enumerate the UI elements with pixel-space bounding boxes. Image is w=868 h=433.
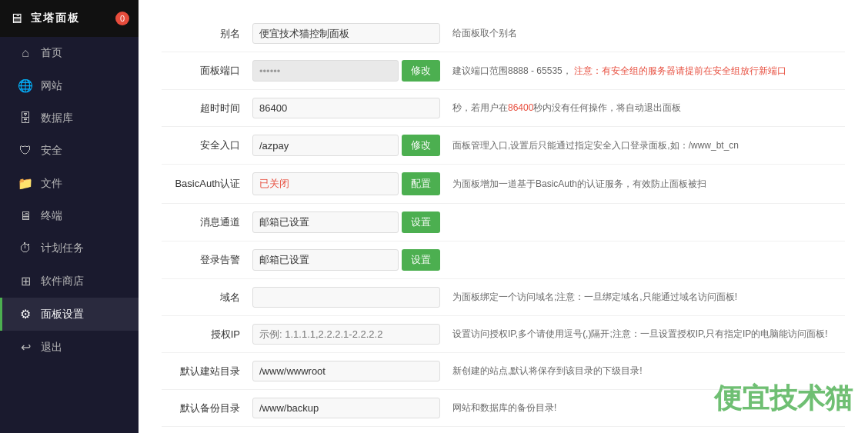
notification-badge: 0	[115, 12, 129, 25]
label-notify: 消息通道	[162, 204, 246, 241]
row-basicauth: BasicAuth认证 已关闭 配置 为面板增加一道基于BasicAuth的认证…	[162, 165, 845, 204]
timeout-highlight: 86400	[508, 102, 533, 113]
desc-site-root: 新创建的站点,默认将保存到该目录的下级目录!	[446, 353, 845, 390]
row-alias: 别名 给面板取个别名	[162, 15, 845, 52]
input-col-notify: 设置	[246, 204, 446, 241]
label-login-warn: 登录告警	[162, 241, 246, 279]
input-col-safe-entry: 修改	[246, 127, 446, 165]
settings-table: 别名 给面板取个别名 面板端口 修改 建议端口范围8888 - 65535，	[162, 15, 845, 433]
input-col-backup-dir	[246, 390, 446, 427]
crontab-icon: ⏱	[18, 241, 33, 255]
desc-domain: 为面板绑定一个访问域名;注意：一旦绑定域名,只能通过域名访问面板!	[446, 279, 845, 316]
input-domain[interactable]	[252, 287, 440, 308]
sidebar-title: 宝塔面板	[31, 12, 80, 25]
input-col-basicauth: 已关闭 配置	[246, 165, 446, 204]
label-timeout: 超时时间	[162, 90, 246, 127]
sidebar-item-files[interactable]: 📁 文件	[0, 167, 139, 200]
notify-input-group: 设置	[252, 212, 440, 233]
sidebar-item-home[interactable]: ⌂ 首页	[0, 37, 139, 69]
label-alias: 别名	[162, 15, 246, 52]
basicauth-input-group: 已关闭 配置	[252, 172, 440, 195]
label-port: 面板端口	[162, 52, 246, 90]
input-col-allowed-ip	[246, 316, 446, 353]
input-col-domain	[246, 279, 446, 316]
row-allowed-ip: 授权IP 设置访问授权IP,多个请使用逗号(,)隔开;注意：一旦设置授权IP,只…	[162, 316, 845, 353]
desc-alias: 给面板取个别名	[446, 15, 845, 52]
input-site-root[interactable]	[252, 361, 440, 381]
row-timeout: 超时时间 秒，若用户在86400秒内没有任何操作，将自动退出面板	[162, 90, 845, 127]
sidebar-item-terminal-label: 终端	[41, 209, 62, 223]
input-col-port: 修改	[246, 52, 446, 90]
input-col-alias	[246, 15, 446, 52]
basicauth-status: 已关闭	[252, 172, 399, 195]
input-col-login-warn: 设置	[246, 241, 446, 279]
label-domain: 域名	[162, 279, 246, 316]
label-safe-entry: 安全入口	[162, 127, 246, 165]
sidebar-item-panel-label: 面板设置	[41, 308, 84, 321]
label-server-ip: 服务器IP	[162, 427, 246, 434]
btn-set-login-warn[interactable]: 设置	[402, 249, 440, 271]
btn-config-basicauth[interactable]: 配置	[402, 172, 440, 195]
sidebar-item-home-label: 首页	[41, 46, 62, 60]
input-login-warn[interactable]	[252, 249, 399, 271]
row-notify: 消息通道 设置	[162, 204, 845, 241]
sidebar-item-crontab[interactable]: ⏱ 计划任务	[0, 232, 139, 265]
input-notify[interactable]	[252, 212, 399, 233]
safe-entry-input-group: 修改	[252, 135, 440, 156]
label-backup-dir: 默认备份目录	[162, 390, 246, 427]
row-site-root: 默认建站目录 新创建的站点,默认将保存到该目录的下级目录!	[162, 353, 845, 390]
label-allowed-ip: 授权IP	[162, 316, 246, 353]
sidebar-item-files-label: 文件	[41, 177, 62, 191]
desc-login-warn	[446, 241, 845, 279]
sidebar-item-security-label: 安全	[41, 144, 62, 158]
btn-modify-port[interactable]: 修改	[402, 60, 440, 82]
store-icon: ⊞	[18, 274, 33, 288]
desc-notify	[446, 204, 845, 241]
row-domain: 域名 为面板绑定一个访问域名;注意：一旦绑定域名,只能通过域名访问面板!	[162, 279, 845, 316]
input-timeout[interactable]	[252, 98, 440, 118]
sidebar: 🖥 宝塔面板 0 ⌂ 首页 🌐 网站 🗄 数据库 🛡 安全 📁 文件 🖥 终端	[0, 0, 139, 433]
desc-basicauth: 为面板增加一道基于BasicAuth的认证服务，有效防止面板被扫	[446, 165, 845, 204]
input-alias[interactable]	[252, 23, 440, 44]
sidebar-item-security[interactable]: 🛡 安全	[0, 135, 139, 167]
port-input-group: 修改	[252, 60, 440, 82]
website-icon: 🌐	[18, 78, 33, 93]
desc-port: 建议端口范围8888 - 65535， 注意：有安全组的服务器请提前在安全组放行…	[446, 52, 845, 90]
row-backup-dir: 默认备份目录 网站和数据库的备份目录!	[162, 390, 845, 427]
input-port[interactable]	[252, 60, 399, 82]
sidebar-item-terminal[interactable]: 🖥 终端	[0, 200, 139, 232]
input-allowed-ip[interactable]	[252, 324, 440, 345]
desc-port-warning: 注意：有安全组的服务器请提前在安全组放行新端口	[574, 65, 786, 76]
row-login-warn: 登录告警 设置	[162, 241, 845, 279]
sidebar-item-store[interactable]: ⊞ 软件商店	[0, 265, 139, 298]
sidebar-item-store-label: 软件商店	[41, 275, 84, 288]
btn-modify-safe-entry[interactable]: 修改	[402, 135, 440, 156]
files-icon: 📁	[18, 176, 33, 191]
login-warn-input-group: 设置	[252, 249, 440, 271]
sidebar-header: 🖥 宝塔面板 0	[0, 0, 139, 37]
sidebar-item-website[interactable]: 🌐 网站	[0, 69, 139, 102]
sidebar-item-crontab-label: 计划任务	[41, 241, 84, 255]
sidebar-item-logout-label: 退出	[41, 341, 62, 355]
main-content: 别名 给面板取个别名 面板端口 修改 建议端口范围8888 - 65535，	[139, 0, 868, 433]
row-safe-entry: 安全入口 修改 面板管理入口,设置后只能通过指定安全入口登录面板,如：/www_…	[162, 127, 845, 165]
input-safe-entry[interactable]	[252, 135, 399, 156]
desc-port-text: 建议端口范围8888 - 65535，	[452, 65, 572, 76]
logo-icon: 🖥	[9, 11, 23, 27]
security-icon: 🛡	[18, 144, 33, 158]
input-col-site-root	[246, 353, 446, 390]
sidebar-item-panel[interactable]: ⚙ 面板设置	[0, 298, 139, 331]
row-server-ip: 服务器IP 默认为外网IP,若您在本地虚拟机测试,请填写虚拟机内网IP!	[162, 427, 845, 434]
sidebar-item-database-label: 数据库	[41, 112, 73, 125]
label-site-root: 默认建站目录	[162, 353, 246, 390]
sidebar-item-logout[interactable]: ↩ 退出	[0, 331, 139, 364]
input-col-server-ip	[246, 427, 446, 434]
input-backup-dir[interactable]	[252, 398, 440, 418]
sidebar-item-database[interactable]: 🗄 数据库	[0, 102, 139, 135]
desc-backup-dir: 网站和数据库的备份目录!	[446, 390, 845, 427]
btn-set-notify[interactable]: 设置	[402, 212, 440, 233]
panel-icon: ⚙	[18, 307, 33, 321]
desc-timeout: 秒，若用户在86400秒内没有任何操作，将自动退出面板	[446, 90, 845, 127]
logout-icon: ↩	[18, 340, 33, 355]
input-col-timeout	[246, 90, 446, 127]
